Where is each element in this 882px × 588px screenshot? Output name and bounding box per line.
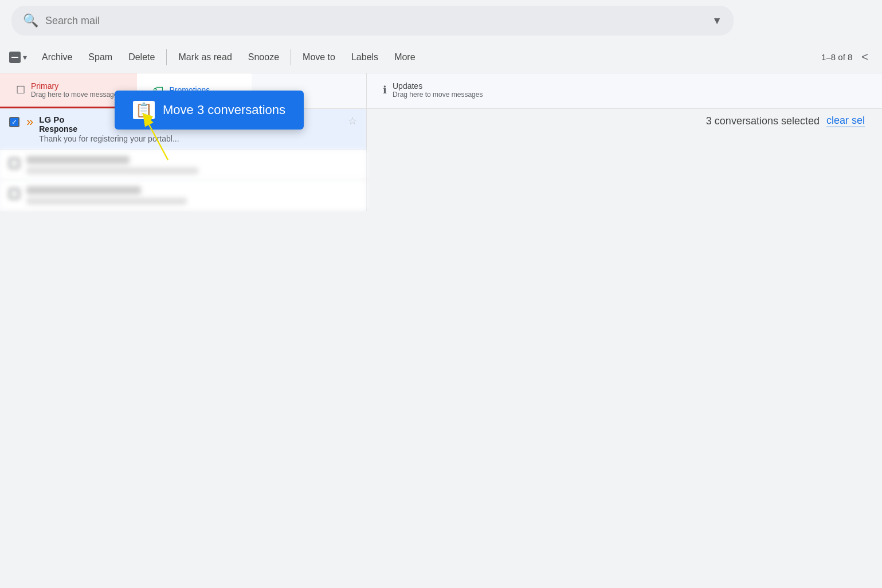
tab-updates[interactable]: ℹ Updates Drag here to move messages [367, 73, 499, 108]
email-snippet-3 [26, 198, 187, 205]
delete-button[interactable]: Delete [120, 48, 163, 67]
updates-tab-icon: ℹ [383, 84, 387, 96]
search-bar-wrapper: 🔍 ▼ [0, 0, 882, 41]
email-snippet-2 [26, 167, 198, 174]
select-all-checkbox[interactable] [9, 52, 21, 63]
move-to-button[interactable]: Move to [295, 48, 343, 67]
separator-2 [291, 49, 291, 65]
left-panel: ☐ Primary Drag here to move messages 🏷 P… [0, 73, 367, 211]
search-dropdown-icon[interactable]: ▼ [712, 15, 722, 27]
primary-tab-sublabel: Drag here to move messages [31, 91, 121, 99]
primary-tab-icon: ☐ [16, 84, 25, 96]
pagination-text: 1–8 of 8 [821, 52, 852, 62]
primary-tab-label: Primary [31, 81, 121, 91]
archive-button[interactable]: Archive [34, 48, 80, 67]
important-icon: » [26, 115, 33, 130]
drag-tooltip-label: Move 3 conversations [163, 103, 285, 117]
email-sender-3 [26, 186, 141, 194]
search-bar[interactable]: 🔍 ▼ [11, 6, 734, 36]
conversations-count: 3 conversations selected [706, 115, 820, 127]
table-row [0, 150, 366, 181]
conversations-selected-bar: 3 conversations selected clear sel [367, 109, 882, 133]
email-checkbox-1[interactable] [9, 117, 19, 127]
snooze-button[interactable]: Snooze [240, 48, 287, 67]
email-snippet-1: Thank you for registering your portabl..… [39, 134, 179, 143]
select-dropdown-button[interactable]: ▾ [21, 50, 29, 64]
email-checkbox-2 [9, 158, 19, 168]
drag-tooltip: 📋 Move 3 conversations [115, 91, 304, 130]
updates-tab-sublabel: Drag here to move messages [393, 91, 483, 99]
clear-selection-link[interactable]: clear sel [826, 115, 865, 127]
email-body-2 [26, 156, 357, 174]
search-icon: 🔍 [23, 13, 38, 28]
email-sender-2 [26, 156, 130, 164]
pagination: 1–8 of 8 < [821, 48, 873, 66]
email-checkbox-3 [9, 189, 19, 199]
prev-page-button[interactable]: < [857, 48, 873, 66]
panels: ☐ Primary Drag here to move messages 🏷 P… [0, 73, 882, 211]
select-all-group[interactable]: ▾ [9, 50, 29, 64]
drag-tooltip-icon: 📋 [133, 101, 155, 119]
updates-tab-label: Updates [393, 81, 483, 91]
toolbar: ▾ Archive Spam Delete Mark as read Snooz… [0, 41, 882, 73]
more-button[interactable]: More [386, 48, 423, 67]
right-panel: ℹ Updates Drag here to move messages 3 c… [367, 73, 882, 211]
mark-as-read-button[interactable]: Mark as read [170, 48, 240, 67]
search-input[interactable] [45, 15, 712, 27]
spam-button[interactable]: Spam [80, 48, 120, 67]
email-body-3 [26, 186, 357, 205]
labels-button[interactable]: Labels [343, 48, 386, 67]
separator-1 [166, 49, 167, 65]
table-row [0, 181, 366, 211]
star-icon-1[interactable]: ☆ [348, 115, 357, 127]
